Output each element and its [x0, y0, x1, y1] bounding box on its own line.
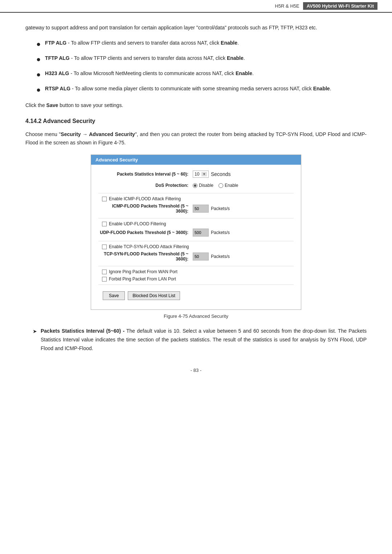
blocked-dos-host-list-button[interactable]: Blocked Dos Host List [128, 291, 180, 300]
udp-threshold-unit: Packets/s [211, 230, 230, 235]
section-heading: 4.14.2 Advanced Security [25, 118, 367, 124]
tcp-threshold-row: TCP-SYN-FLOOD Packets Threshold (5 ~ 360… [98, 251, 294, 262]
dos-disable-label: Disable [199, 183, 213, 188]
tcp-threshold-unit: Packets/s [211, 254, 230, 259]
ping-wan-checkbox[interactable] [102, 270, 107, 274]
bullet-dot: ● [36, 85, 41, 95]
bullet-term: Packets Statistics Interval (5~60) - [41, 328, 124, 334]
list-item: ● RTSP ALG - To allow some media player … [36, 85, 367, 95]
header-product-badge: AV500 Hybrid Wi-Fi Starter Kit [303, 2, 377, 10]
bullet-dot: ● [36, 54, 41, 64]
radio-circle-empty [219, 183, 223, 188]
icmp-checkbox-label: Enable ICMP-FLOOD Attack Filtering [109, 196, 181, 201]
packets-interval-select[interactable]: 10 ▼ [193, 171, 209, 178]
tcp-checkbox-label: Enable TCP-SYN-FLOOD Attack Filtering [109, 244, 189, 249]
divider [98, 266, 294, 266]
list-item: ● TFTP ALG - To allow TFTP clients and s… [36, 54, 367, 64]
dos-enable-label: Enable [225, 183, 238, 188]
save-note: Click the Save button to save your setti… [25, 101, 367, 110]
advanced-security-box: Advanced Security Packets Statistics Int… [91, 155, 301, 310]
bullet-dot: ● [36, 69, 41, 79]
term-rtsp: RTSP ALG [45, 86, 70, 91]
ping-lan-checkbox[interactable] [102, 277, 107, 282]
divider [98, 284, 294, 285]
icmp-threshold-unit: Packets/s [211, 206, 230, 211]
dropdown-arrow-icon: ▼ [201, 172, 207, 176]
packets-interval-unit: Seconds [211, 171, 230, 177]
packets-interval-row: Packets Statistics Interval (5 ~ 60): 10… [98, 171, 294, 178]
page-wrapper: H5R & H5E AV500 Hybrid Wi-Fi Starter Kit… [0, 0, 392, 554]
packets-interval-label: Packets Statistics Interval (5 ~ 60): [98, 172, 193, 177]
term-ftp: FTP ALG [45, 40, 66, 46]
content-area: gateway to support address and port tran… [0, 13, 392, 387]
udp-checkbox-row: Enable UDP-FLOOD Filtering [102, 221, 294, 226]
dos-protection-row: DoS Protection: Disable Enable [98, 183, 294, 188]
advanced-security-body: Packets Statistics Interval (5 ~ 60): 10… [91, 165, 301, 309]
header-bar: H5R & H5E AV500 Hybrid Wi-Fi Starter Kit [0, 0, 392, 13]
section-intro: Choose menu "Security → Advanced Securit… [25, 130, 367, 148]
dos-enable-radio[interactable]: Enable [219, 183, 238, 188]
ping-wan-label: Ignore Ping Packet From WAN Port [109, 269, 177, 274]
arrow-bullet-list: ➤ Packets Statistics Interval (5~60) - T… [33, 327, 367, 353]
ping-lan-checkbox-row: Forbid Ping Packet From LAN Port [102, 276, 294, 282]
icmp-threshold-label: ICMP-FLOOD Packets Threshold (5 ~ 3600): [98, 204, 193, 214]
intro-paragraph: gateway to support address and port tran… [25, 24, 367, 32]
list-item: ● H323 ALG - To allow Microsoft NetMeeti… [36, 69, 367, 79]
header-model: H5R & H5E [275, 3, 299, 9]
list-item: ● FTP ALG - To allow FTP clients and ser… [36, 39, 367, 49]
dos-protection-radio-group: Disable Enable [193, 183, 238, 188]
term-h323: H323 ALG [45, 70, 69, 76]
ping-lan-label: Forbid Ping Packet From LAN Port [109, 276, 176, 282]
tcp-threshold-input[interactable] [193, 253, 209, 260]
icmp-threshold-input[interactable] [193, 205, 209, 213]
arrow-list-item: ➤ Packets Statistics Interval (5~60) - T… [33, 327, 367, 353]
icmp-checkbox-row: Enable ICMP-FLOOD Attack Filtering [102, 196, 294, 201]
radio-circle [193, 183, 197, 188]
figure-caption: Figure 4-75 Advanced Security [25, 313, 367, 319]
divider [98, 193, 294, 193]
icmp-checkbox[interactable] [102, 197, 107, 201]
tcp-checkbox[interactable] [102, 245, 107, 249]
term-tftp: TFTP ALG [45, 55, 70, 61]
divider [98, 218, 294, 218]
udp-checkbox[interactable] [102, 222, 107, 226]
advanced-security-title: Advanced Security [91, 155, 301, 165]
ping-wan-checkbox-row: Ignore Ping Packet From WAN Port [102, 269, 294, 274]
arrow-icon: ➤ [33, 327, 37, 336]
bullet-list: ● FTP ALG - To allow FTP clients and ser… [36, 39, 367, 95]
page-number: - 83 - [25, 368, 367, 373]
udp-threshold-row: UDP-FLOOD Packets Threshold (5 ~ 3600): … [98, 229, 294, 237]
udp-threshold-label: UDP-FLOOD Packets Threshold (5 ~ 3600): [98, 230, 193, 235]
divider [98, 241, 294, 241]
dos-protection-label: DoS Protection: [98, 183, 193, 188]
icmp-threshold-row: ICMP-FLOOD Packets Threshold (5 ~ 3600):… [98, 204, 294, 214]
tcp-checkbox-row: Enable TCP-SYN-FLOOD Attack Filtering [102, 244, 294, 249]
button-row: Save Blocked Dos Host List [98, 288, 294, 304]
tcp-threshold-label: TCP-SYN-FLOOD Packets Threshold (5 ~ 360… [98, 251, 193, 262]
udp-checkbox-label: Enable UDP-FLOOD Filtering [109, 221, 166, 226]
bullet-dot: ● [36, 39, 41, 49]
packets-interval-control: 10 ▼ Seconds [193, 171, 230, 178]
dos-disable-radio[interactable]: Disable [193, 183, 213, 188]
save-button[interactable]: Save [103, 291, 125, 300]
udp-threshold-input[interactable] [193, 229, 209, 237]
